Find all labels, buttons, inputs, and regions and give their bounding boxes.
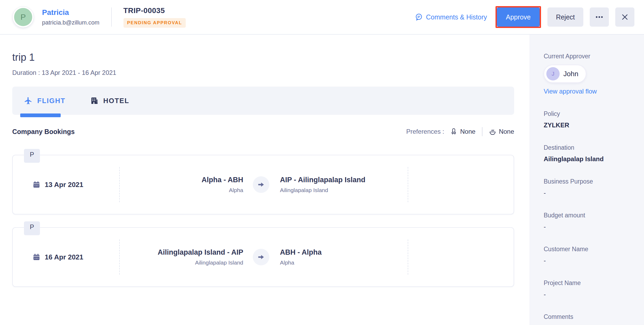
meal-preference-value: None [499, 128, 514, 135]
current-approver-label: Current Approver [544, 53, 636, 60]
trip-id: TRIP-00035 [123, 6, 186, 15]
field-policy: Policy ZYLKER [544, 110, 636, 129]
tab-flight[interactable]: FLIGHT [24, 96, 65, 105]
flight-date: 13 Apr 2021 [45, 181, 83, 189]
avatar: P [13, 7, 34, 27]
reject-button[interactable]: Reject [547, 7, 583, 27]
trip-duration: Duration : 13 Apr 2021 - 16 Apr 2021 [12, 69, 514, 76]
hotel-icon [90, 96, 98, 105]
more-icon [595, 13, 604, 22]
traveler-tag: P [24, 221, 40, 235]
comments-history-link[interactable]: Comments & History [415, 13, 487, 21]
flight-arrow-icon [253, 249, 269, 265]
approve-highlight-annotation: Approve [496, 6, 541, 28]
close-button[interactable] [615, 7, 634, 27]
flight-icon [24, 96, 32, 105]
seat-preference-value: None [460, 128, 475, 135]
card-divider [408, 167, 408, 202]
trip-title: trip 1 [12, 52, 514, 63]
field-budget-amount: Budget amount - [544, 212, 636, 230]
booking-card-outbound[interactable]: P 13 Apr 2021 [12, 155, 514, 214]
tab-hotel[interactable]: HOTEL [90, 96, 129, 105]
origin-city: Ailinglapalap Island [120, 259, 243, 266]
flight-date: 16 Apr 2021 [45, 253, 83, 261]
field-business-purpose: Business Purpose - [544, 178, 636, 197]
destination-route: AIP - Ailinglapalap Island [280, 176, 408, 184]
field-project-name: Project Name - [544, 279, 636, 298]
comments-history-label: Comments & History [426, 13, 487, 21]
calendar-icon [32, 181, 40, 189]
submitter-name: Patricia [42, 8, 100, 17]
active-tab-indicator [20, 113, 61, 117]
field-destination: Destination Ailinglapalap Island [544, 144, 636, 163]
destination-route: ABH - Alpha [280, 248, 408, 257]
destination-city: Ailinglapalap Island [280, 187, 408, 193]
view-approval-flow-link[interactable]: View approval flow [544, 88, 636, 95]
trip-summary-sidebar: Current Approver J John View approval fl… [530, 35, 644, 325]
header: P Patricia patricia.b@zillum.com TRIP-00… [0, 0, 644, 35]
preferences-separator [482, 127, 482, 136]
seat-icon [450, 128, 457, 135]
booking-card-return[interactable]: P 16 Apr 2021 [12, 227, 514, 287]
tab-flight-label: FLIGHT [37, 97, 65, 105]
comments-icon [415, 13, 423, 21]
booking-tabbar: FLIGHT [12, 87, 514, 115]
calendar-icon [32, 253, 40, 261]
submitter-block: P Patricia patricia.b@zillum.com [0, 7, 100, 27]
meal-icon [489, 128, 496, 135]
section-title: Company Bookings [12, 128, 75, 136]
trip-detail-panel: trip 1 Duration : 13 Apr 2021 - 16 Apr 2… [0, 35, 530, 325]
flight-arrow-icon [253, 176, 269, 193]
tab-hotel-label: HOTEL [103, 97, 129, 105]
status-badge: PENDING APPROVAL [123, 18, 186, 28]
trip-id-block: TRIP-00035 PENDING APPROVAL [123, 6, 186, 28]
approve-button[interactable]: Approve [497, 7, 540, 27]
preferences-row: Preferences : None [406, 127, 514, 136]
origin-route: Ailinglapalap Island - AIP [120, 248, 243, 257]
field-comments: Comments - [544, 313, 636, 325]
approver-name: John [563, 70, 578, 78]
approver-chip: J John [544, 65, 586, 83]
header-divider [111, 7, 112, 27]
close-icon [621, 13, 629, 21]
approver-avatar: J [546, 67, 560, 80]
card-divider [408, 239, 408, 275]
seat-preference: None [450, 128, 475, 135]
more-button[interactable] [590, 7, 609, 27]
traveler-tag: P [24, 149, 40, 163]
origin-city: Alpha [120, 187, 243, 193]
origin-route: Alpha - ABH [120, 176, 243, 184]
destination-city: Alpha [280, 259, 408, 266]
meal-preference: None [489, 128, 514, 135]
field-customer-name: Customer Name - [544, 246, 636, 264]
submitter-email: patricia.b@zillum.com [42, 19, 100, 26]
preferences-label: Preferences : [406, 128, 444, 135]
